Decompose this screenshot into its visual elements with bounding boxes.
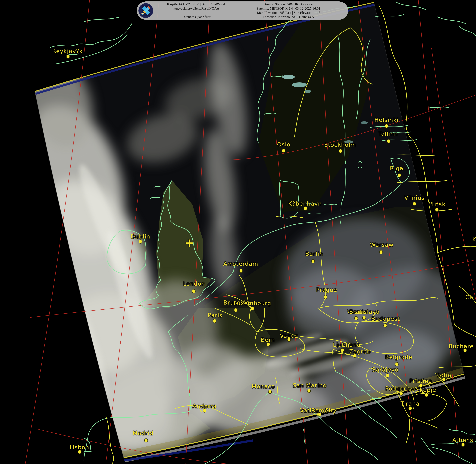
city-dot — [192, 289, 196, 293]
city-label: Paris — [208, 312, 222, 319]
city-label: Tallinn — [378, 130, 398, 137]
city-label: Chi — [465, 294, 475, 300]
city-dot — [268, 390, 272, 394]
city-label: Riga — [390, 165, 403, 172]
city-label: Helsinki — [374, 116, 399, 123]
city-dot — [339, 149, 342, 153]
app-url: http://qsl.net/ve3elb/RaspiNOAA — [156, 6, 236, 10]
city-label: Andorra — [192, 403, 217, 409]
city-label: Rome — [311, 407, 328, 414]
city-label: Amsterdam — [223, 260, 258, 267]
city-label: Oslo — [277, 141, 290, 148]
antenna-info: Antenna: Quadrifilar — [156, 15, 236, 19]
city-label: Sofia — [436, 372, 451, 378]
city-label: Minsk — [428, 201, 446, 207]
city-dot — [144, 438, 148, 443]
separator-dashes: ------------------------------------ — [156, 10, 236, 15]
ground-station-marker: + — [185, 236, 194, 250]
city-dot — [66, 55, 70, 58]
city-label: London — [183, 280, 205, 287]
city-label: Pristina — [409, 377, 432, 384]
city-dot — [282, 149, 285, 153]
elevation-info: Max Elevation: 65° East | Sun Elevation:… — [236, 10, 341, 15]
header-right-block: Ground Station: G0GHK Doncaster Satellit… — [236, 2, 341, 19]
city-label: K?benhavn — [288, 200, 322, 207]
city-label: Madrid — [133, 430, 153, 436]
city-label: Monaco — [252, 383, 275, 390]
city-dot — [395, 362, 399, 366]
header-info-bar: RaspiNOAA V2 | V4.0 | Build: 13-BW64 htt… — [137, 1, 348, 20]
city-dot — [324, 295, 327, 299]
city-dot — [139, 240, 142, 243]
city-dot — [383, 323, 387, 328]
city-dot — [341, 348, 344, 352]
city-dot — [311, 259, 315, 263]
direction-gain-info: Direction: Northbound | | Gain: 44.5 — [236, 15, 341, 19]
city-dot — [398, 173, 401, 177]
city-label: Dublin — [131, 233, 150, 240]
city-label: Lisbon — [69, 444, 89, 451]
city-dot — [304, 206, 307, 211]
city-label: Sarajevo — [372, 366, 399, 373]
header-left-block: RaspiNOAA V2 | V4.0 | Build: 13-BW64 htt… — [156, 2, 236, 19]
city-dot — [213, 319, 217, 323]
city-dot — [435, 208, 439, 212]
city-label: Skopje — [416, 387, 436, 393]
city-label: Tirana — [400, 400, 420, 407]
city-label: Vaduz — [280, 332, 298, 339]
city-label: Buchare — [448, 343, 474, 349]
city-label: Stockholm — [324, 141, 356, 148]
city-dot — [409, 406, 412, 410]
city-dot — [387, 139, 390, 143]
city-dot — [385, 124, 388, 128]
city-label: Vilnius — [404, 194, 425, 201]
city-label: Athens — [452, 437, 473, 443]
city-dot — [239, 269, 243, 273]
city-dot — [379, 250, 383, 254]
city-dot — [251, 306, 254, 310]
city-label: Prague — [316, 287, 337, 293]
raspinoaa-logo — [138, 3, 153, 18]
city-label: Reykjav?k — [52, 48, 83, 54]
city-label: Berlin — [305, 251, 323, 257]
city-label: Bern — [261, 336, 275, 343]
city-dot — [354, 316, 358, 320]
city-dot — [386, 373, 389, 377]
city-label: K — [472, 236, 476, 243]
satellite-info: Satellite: METEOR-M2 4 | 03-12-2025 16:0… — [236, 6, 341, 10]
city-label: San Marino — [293, 382, 327, 389]
city-dot — [234, 308, 238, 312]
city-label: Belgrade — [385, 354, 412, 360]
city-label: Bratislava — [349, 309, 380, 315]
app-title: RaspiNOAA V2 | V4.0 | Build: 13-BW64 — [156, 2, 236, 6]
city-label: Ljubljana — [333, 341, 361, 348]
city-dot — [400, 391, 403, 396]
satellite-image-stage: RaspiNOAA V2 | V4.0 | Build: 13-BW64 htt… — [0, 0, 476, 464]
satellite-icon — [138, 3, 153, 18]
city-label: Budapest — [371, 316, 400, 322]
ground-station-info: Ground Station: G0GHK Doncaster — [236, 2, 341, 6]
city-dot — [362, 316, 366, 320]
city-label: Luxembourg — [234, 300, 271, 306]
satellite-map — [0, 0, 476, 464]
city-dot — [307, 389, 311, 393]
city-label: Podgorica — [385, 385, 415, 392]
city-label: Zagreb — [349, 348, 371, 355]
city-dot — [425, 393, 428, 397]
city-label: Warsaw — [370, 242, 393, 248]
city-dot — [413, 202, 416, 206]
